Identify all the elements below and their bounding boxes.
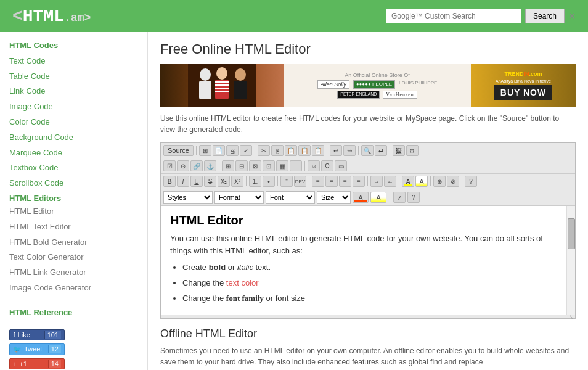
list-ol-button[interactable]: 1. [249,176,261,187]
tb-btn-paste3[interactable]: 📋 [312,145,324,156]
superscript-button[interactable]: X² [231,176,243,187]
tb-btn-table4[interactable]: ⊡ [263,160,275,171]
advertisement-banner[interactable]: An Official Online Store Of Allen Solly … [160,64,576,107]
font-color-btn[interactable]: A [353,192,369,203]
sidebar-link-text-code[interactable]: Text Code [9,54,138,69]
tb-btn-1[interactable]: ⊞ [199,145,211,156]
tb-btn-anchor[interactable]: ⚓ [204,160,216,171]
sep3-2 [277,176,278,186]
tb-btn-smiley[interactable]: ☺ [308,160,320,171]
tb-btn-char[interactable]: Ω [321,160,333,171]
twitter-tweet-button[interactable]: 🐦 Tweet 12 [9,343,65,355]
sidebar-link-text-color-gen[interactable]: Text Color Generator [9,250,138,265]
outdent-button[interactable]: ← [384,176,396,187]
color-btn-bg[interactable]: A [415,176,428,187]
insert-btn[interactable]: ⊕ [433,176,446,187]
sidebar-link-link-code[interactable]: Link Code [9,84,138,99]
tb-btn-checkbox[interactable]: ☑ [163,160,176,171]
sidebar-link-html-codes[interactable]: HTML Codes [9,38,138,54]
close-icon[interactable]: ✕ [568,11,576,21]
sidebar-link-background-code[interactable]: Background Code [9,130,138,146]
tb-btn-paste2[interactable]: 📋 [298,145,311,156]
subscript-button[interactable]: X₂ [218,176,230,187]
facebook-like-button[interactable]: f Like 101 [9,329,65,340]
separator3 [327,146,327,155]
sidebar-link-html-text-editor[interactable]: HTML Text Editor [9,220,138,235]
tb-btn-misc[interactable]: ⚙ [406,145,419,156]
people-brand: ●●●●● PEOPLE [353,80,395,89]
search-button[interactable]: Search [525,9,565,23]
tb-btn-table3[interactable]: ⊠ [249,160,261,171]
indent-button[interactable]: → [370,176,383,187]
tb-btn-find[interactable]: 🔍 [361,145,374,156]
tb-btn-spell[interactable]: ✓ [240,145,252,156]
gplus-icon: + [13,360,17,368]
tb-btn-redo[interactable]: ↪ [343,145,356,156]
tb-btn-table2[interactable]: ⊟ [235,160,248,171]
search-input[interactable] [386,9,521,23]
svg-rect-2 [199,81,211,99]
about-btn[interactable]: ? [407,192,420,203]
align-center-button[interactable]: ≡ [325,176,338,187]
size-select[interactable]: Size [317,191,351,204]
sidebar-link-marquee-code[interactable]: Marquee Code [9,146,138,161]
tb-btn-undo[interactable]: ↩ [330,145,342,156]
align-justify-button[interactable]: ≡ [353,176,365,187]
underline-button[interactable]: U [190,176,203,187]
sidebar-link-html-editor[interactable]: HTML Editor [9,204,138,220]
help-button[interactable]: ? [465,176,477,187]
italic-text: italic [237,263,253,272]
sidebar-link-html-reference[interactable]: HTML Reference [9,305,138,321]
tb-btn-copy[interactable]: ⎘ [271,145,284,156]
styles-select[interactable]: Styles [163,191,213,204]
tw-count: 12 [48,345,61,353]
sidebar-link-image-code-gen[interactable]: Image Code Generator [9,281,138,296]
code-btn[interactable]: DEV [294,176,306,187]
align-right-button[interactable]: ≡ [339,176,351,187]
tb-btn-form[interactable]: ▦ [276,160,288,171]
tb-btn-3[interactable]: 🖨 [226,145,239,156]
tb-btn-iframe[interactable]: ▭ [335,160,347,171]
tb-btn-replace[interactable]: ⇄ [375,145,387,156]
strikethrough-button[interactable]: S [204,176,216,187]
sidebar-link-color-code[interactable]: Color Code [9,115,138,130]
sidebar-link-image-code[interactable]: Image Code [9,99,138,115]
sidebar-link-html-bold-gen[interactable]: HTML Bold Generator [9,235,138,250]
list-ul-button[interactable]: • [263,176,275,187]
font-select[interactable]: Font [266,191,315,204]
tb-btn-paste[interactable]: 📋 [285,145,297,156]
tb-btn-cut[interactable]: ✂ [258,145,270,156]
buy-now-button[interactable]: BUY NOW [494,85,552,100]
editor-scrollbar[interactable] [566,206,575,314]
sidebar-link-scrollbox-code[interactable]: Scrollbox Code [9,176,138,191]
bold-button[interactable]: B [163,176,176,187]
maximize-btn[interactable]: ⤢ [393,192,406,203]
tb-btn-radio[interactable]: ⊙ [177,160,189,171]
separator2 [255,146,255,155]
editor-list: Create bold or italic text. Change the t… [182,261,566,305]
sidebar-link-textbox-code[interactable]: Textbox Code [9,160,138,176]
italic-button[interactable]: I [177,176,189,187]
tb-btn-hr[interactable]: — [290,160,302,171]
color-btn-a[interactable]: A [402,176,414,187]
source-button[interactable]: Source [163,145,194,156]
banner-middle: An Official Online Store Of Allen Solly … [284,64,471,107]
tb-btn-img[interactable]: 🖼 [393,145,405,156]
sidebar-link-table-code[interactable]: Table Code [9,69,138,84]
editor-toolbar-3: B I U S X₂ X² 1. • " DEV ≡ ≡ ≡ ≡ → ← [161,174,575,189]
bg-color-btn[interactable]: A [370,192,386,203]
tb-btn-table[interactable]: ⊞ [222,160,234,171]
google-plus-button[interactable]: + +1 14 [9,358,65,369]
align-left-button[interactable]: ≡ [312,176,324,187]
format-btn[interactable]: ⊘ [447,176,459,187]
sidebar-link-html-link-gen[interactable]: HTML Link Generator [9,265,138,281]
blockquote-button[interactable]: " [280,176,293,187]
format-select[interactable]: Format [214,191,264,204]
gp-label: +1 [19,360,27,368]
offline-description: Sometimes you need to use an HTML editor… [160,345,576,368]
allen-solly-brand: Allen Solly [317,80,349,89]
tb-btn-link[interactable]: 🔗 [190,160,203,171]
editor-content[interactable]: HTML Editor You can use this online HTML… [161,206,575,314]
tb-btn-2[interactable]: 📄 [213,145,225,156]
editor-resize-handle[interactable]: ⤡ [161,314,575,318]
